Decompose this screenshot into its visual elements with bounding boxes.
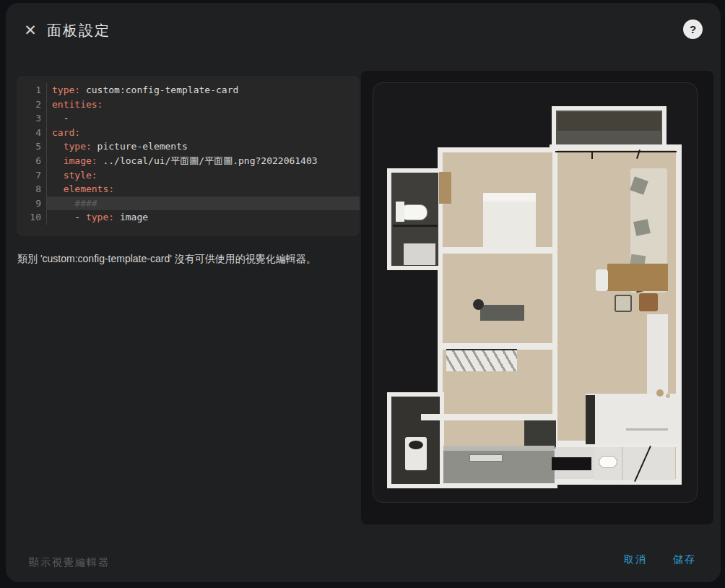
code-text: type: custom:config-template-card xyxy=(47,83,360,98)
code-text: - type: image xyxy=(47,210,360,225)
code-text: card: xyxy=(47,126,360,140)
code-line[interactable]: 3 - xyxy=(17,111,360,126)
yaml-code-editor[interactable]: 1type: custom:config-template-card2entit… xyxy=(17,76,360,236)
line-number: 4 xyxy=(17,126,47,140)
wall xyxy=(421,414,557,420)
close-icon[interactable]: ✕ xyxy=(19,19,42,42)
stool-rattan xyxy=(615,295,632,312)
code-lines: 1type: custom:config-template-card2entit… xyxy=(17,83,360,225)
code-line[interactable]: 6 image: ../local/ui/平面圖/平面圖.png?2022061… xyxy=(17,154,360,168)
code-line[interactable]: 1type: custom:config-template-card xyxy=(17,83,360,98)
code-text: elements: xyxy=(47,182,360,196)
line-number: 10 xyxy=(17,210,47,225)
study-desk xyxy=(480,305,524,321)
floor-plan-image xyxy=(373,83,697,502)
line-number: 3 xyxy=(17,111,47,126)
glass-door-tick xyxy=(591,151,593,159)
code-text: style: xyxy=(47,168,360,183)
line-number: 7 xyxy=(17,168,47,183)
line-number: 6 xyxy=(17,154,47,168)
wall xyxy=(440,247,555,254)
bed-pillow xyxy=(483,193,536,202)
kitchen-island xyxy=(586,394,680,444)
help-icon[interactable]: ? xyxy=(683,20,703,39)
no-visual-editor-hint: 類別 'custom:config-template-card' 沒有可供使用的… xyxy=(17,251,357,266)
island-decor xyxy=(656,389,664,397)
closet-hangers xyxy=(446,349,517,371)
line-number: 2 xyxy=(17,98,47,112)
code-line[interactable]: 10 - type: image xyxy=(17,210,360,225)
code-text: type: picture-elements xyxy=(47,139,360,154)
save-button[interactable]: 儲存 xyxy=(669,548,700,572)
toilet-tank xyxy=(396,202,404,222)
code-text: #### xyxy=(47,196,360,211)
code-text: entities: xyxy=(47,98,360,112)
kitchen-counter xyxy=(443,446,555,483)
study-chair xyxy=(473,299,484,310)
washer-lid xyxy=(409,441,423,449)
kitchen-island-front xyxy=(586,395,595,444)
tv-console xyxy=(524,420,556,449)
sink-cabinet xyxy=(404,243,435,265)
stool-brown xyxy=(639,293,658,311)
line-number: 9 xyxy=(17,196,47,211)
bathroom-divider xyxy=(622,447,623,480)
line-number: 5 xyxy=(17,139,47,154)
code-line[interactable]: 7 style: xyxy=(17,168,360,183)
island-counter-line xyxy=(626,428,668,431)
line-number: 8 xyxy=(17,182,47,196)
kitchen-sink xyxy=(469,454,503,462)
code-line[interactable]: 9 #### xyxy=(17,196,360,211)
code-line[interactable]: 5 type: picture-elements xyxy=(17,139,360,154)
island-decor xyxy=(666,394,670,398)
line-number: 1 xyxy=(17,83,47,98)
code-text: image: ../local/ui/平面圖/平面圖.png?202206140… xyxy=(47,154,360,168)
code-line[interactable]: 2entities: xyxy=(17,98,360,112)
dialog-title: 面板設定 xyxy=(47,21,110,40)
card-preview-pane xyxy=(361,71,713,524)
toilet xyxy=(599,456,617,468)
code-text: - xyxy=(47,111,360,126)
glass-door-frame xyxy=(555,151,677,152)
floor-plan-balcony-shelf xyxy=(557,112,661,131)
code-line[interactable]: 8 elements: xyxy=(17,182,360,196)
code-line[interactable]: 4card: xyxy=(17,126,360,140)
card-preview xyxy=(373,82,698,503)
desk-chair xyxy=(596,269,608,291)
stove xyxy=(552,457,591,470)
desk xyxy=(607,264,668,291)
panel-settings-dialog: ✕ 面板設定 ? 1type: custom:config-template-c… xyxy=(6,3,721,582)
bath-shelf xyxy=(393,225,438,227)
sofa-cushion xyxy=(633,219,651,236)
show-visual-editor-button[interactable]: 顯示視覺編輯器 xyxy=(29,556,110,569)
cancel-button[interactable]: 取消 xyxy=(620,548,651,572)
wardrobe xyxy=(439,172,451,204)
